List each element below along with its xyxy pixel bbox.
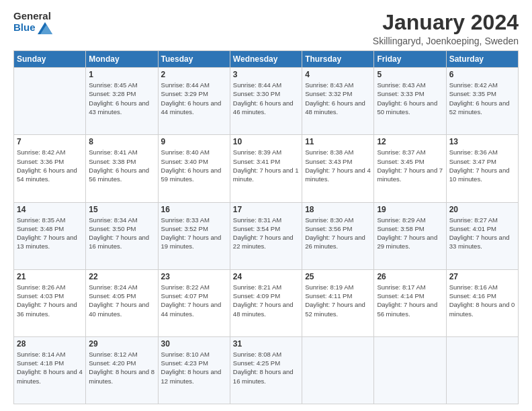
day-info-line: Daylight: 6 hours and 50 minutes. [377, 99, 443, 117]
day-info-line: Sunrise: 8:35 AM [17, 216, 83, 224]
day-info-line: Sunrise: 8:36 AM [449, 148, 515, 156]
calendar-cell: 27Sunrise: 8:16 AMSunset: 4:16 PMDayligh… [446, 269, 518, 336]
day-number: 8 [89, 137, 154, 146]
day-number: 30 [161, 339, 227, 349]
day-info: Sunrise: 8:39 AMSunset: 3:41 PMDaylight:… [233, 148, 299, 183]
logo-general: General [13, 11, 51, 22]
day-info-line: Sunset: 3:30 PM [233, 89, 299, 98]
day-info: Sunrise: 8:35 AMSunset: 3:48 PMDaylight:… [17, 216, 83, 251]
day-info-line: Sunrise: 8:38 AM [305, 148, 371, 156]
month-title: January 2024 [373, 11, 519, 34]
weekday-header-wednesday: Wednesday [230, 51, 302, 68]
day-info-line: Sunrise: 8:42 AM [17, 148, 83, 156]
calendar-cell: 6Sunrise: 8:42 AMSunset: 3:35 PMDaylight… [446, 68, 518, 135]
day-info: Sunrise: 8:29 AMSunset: 3:58 PMDaylight:… [377, 216, 443, 251]
day-info-line: Daylight: 8 hours and 12 minutes. [161, 367, 227, 385]
calendar-cell [14, 68, 86, 135]
day-info: Sunrise: 8:42 AMSunset: 3:35 PMDaylight:… [449, 81, 515, 116]
day-info-line: Daylight: 7 hours and 4 minutes. [305, 166, 371, 184]
calendar-cell: 21Sunrise: 8:26 AMSunset: 4:03 PMDayligh… [14, 269, 86, 336]
day-info-line: Daylight: 7 hours and 52 minutes. [305, 300, 371, 318]
day-info-line: Sunset: 3:47 PM [449, 157, 515, 166]
calendar-cell: 10Sunrise: 8:39 AMSunset: 3:41 PMDayligh… [230, 135, 302, 202]
logo-icon [38, 22, 52, 34]
day-info-line: Sunrise: 8:24 AM [89, 283, 154, 291]
day-info-line: Sunset: 3:29 PM [161, 89, 227, 98]
day-info-line: Daylight: 7 hours and 33 minutes. [449, 233, 515, 251]
weekday-header-sunday: Sunday [14, 51, 86, 68]
day-info-line: Daylight: 7 hours and 29 minutes. [377, 233, 443, 251]
day-info-line: Sunrise: 8:37 AM [377, 148, 443, 156]
logo: General Blue [13, 11, 52, 34]
day-info-line: Sunrise: 8:43 AM [305, 81, 371, 89]
day-info: Sunrise: 8:17 AMSunset: 4:14 PMDaylight:… [377, 283, 443, 318]
day-info-line: Sunset: 3:33 PM [377, 89, 443, 98]
weekday-header-monday: Monday [86, 51, 158, 68]
day-info-line: Sunrise: 8:41 AM [89, 148, 154, 156]
day-number: 29 [89, 339, 154, 349]
location-subtitle: Skillingaryd, Joenkoeping, Sweden [373, 36, 519, 46]
day-info: Sunrise: 8:34 AMSunset: 3:50 PMDaylight:… [89, 216, 154, 251]
day-info: Sunrise: 8:44 AMSunset: 3:30 PMDaylight:… [233, 81, 299, 116]
day-number: 7 [17, 137, 83, 146]
title-block: January 2024 Skillingaryd, Joenkoeping, … [373, 11, 519, 46]
day-info-line: Daylight: 7 hours and 44 minutes. [161, 300, 227, 318]
day-number: 10 [233, 137, 299, 146]
calendar-cell: 24Sunrise: 8:21 AMSunset: 4:09 PMDayligh… [230, 269, 302, 336]
calendar-cell: 7Sunrise: 8:42 AMSunset: 3:36 PMDaylight… [14, 135, 86, 202]
calendar-cell: 19Sunrise: 8:29 AMSunset: 3:58 PMDayligh… [374, 202, 446, 269]
day-info-line: Sunset: 3:36 PM [17, 157, 83, 166]
day-info-line: Sunset: 3:56 PM [305, 224, 371, 233]
calendar-cell: 11Sunrise: 8:38 AMSunset: 3:43 PMDayligh… [302, 135, 374, 202]
day-number: 12 [377, 137, 443, 146]
day-info: Sunrise: 8:44 AMSunset: 3:29 PMDaylight:… [161, 81, 227, 116]
day-info-line: Sunrise: 8:31 AM [233, 216, 299, 224]
day-number: 9 [161, 137, 227, 146]
day-info-line: Daylight: 7 hours and 40 minutes. [89, 300, 154, 318]
calendar-cell: 26Sunrise: 8:17 AMSunset: 4:14 PMDayligh… [374, 269, 446, 336]
day-number: 6 [449, 70, 515, 79]
day-info-line: Sunset: 4:18 PM [17, 359, 83, 367]
day-info: Sunrise: 8:27 AMSunset: 4:01 PMDaylight:… [449, 216, 515, 251]
day-info-line: Daylight: 6 hours and 56 minutes. [89, 166, 154, 184]
page: General Blue January 2024 Skillingaryd, … [0, 0, 532, 411]
day-info: Sunrise: 8:37 AMSunset: 3:45 PMDaylight:… [377, 148, 443, 183]
day-info-line: Sunset: 3:54 PM [233, 224, 299, 233]
day-number: 31 [233, 339, 299, 349]
day-info-line: Sunrise: 8:34 AM [89, 216, 154, 224]
day-info-line: Sunrise: 8:27 AM [449, 216, 515, 224]
day-info-line: Sunset: 4:05 PM [89, 291, 154, 300]
day-info-line: Sunset: 4:20 PM [89, 359, 154, 367]
calendar-week-row: 28Sunrise: 8:14 AMSunset: 4:18 PMDayligh… [14, 336, 519, 404]
day-info-line: Sunrise: 8:16 AM [449, 283, 515, 291]
day-number: 3 [233, 70, 299, 79]
day-info-line: Daylight: 6 hours and 46 minutes. [233, 99, 299, 117]
day-info-line: Sunrise: 8:45 AM [89, 81, 154, 89]
calendar-week-row: 7Sunrise: 8:42 AMSunset: 3:36 PMDaylight… [14, 135, 519, 202]
day-info-line: Sunset: 3:52 PM [161, 224, 227, 233]
day-info-line: Sunset: 3:40 PM [161, 157, 227, 166]
day-info-line: Sunrise: 8:19 AM [305, 283, 371, 291]
calendar-cell: 23Sunrise: 8:22 AMSunset: 4:07 PMDayligh… [158, 269, 230, 336]
calendar-cell: 2Sunrise: 8:44 AMSunset: 3:29 PMDaylight… [158, 68, 230, 135]
day-info: Sunrise: 8:41 AMSunset: 3:38 PMDaylight:… [89, 148, 154, 183]
day-info-line: Sunrise: 8:40 AM [161, 148, 227, 156]
day-info-line: Daylight: 8 hours and 0 minutes. [449, 300, 515, 318]
day-info-line: Sunset: 4:25 PM [233, 359, 299, 367]
day-info: Sunrise: 8:42 AMSunset: 3:36 PMDaylight:… [17, 148, 83, 183]
calendar-cell: 14Sunrise: 8:35 AMSunset: 3:48 PMDayligh… [14, 202, 86, 269]
day-info-line: Daylight: 7 hours and 7 minutes. [377, 166, 443, 184]
day-info: Sunrise: 8:40 AMSunset: 3:40 PMDaylight:… [161, 148, 227, 183]
day-info-line: Daylight: 6 hours and 59 minutes. [161, 166, 227, 184]
header: General Blue January 2024 Skillingaryd, … [13, 11, 519, 46]
calendar-cell: 18Sunrise: 8:30 AMSunset: 3:56 PMDayligh… [302, 202, 374, 269]
day-info-line: Daylight: 7 hours and 1 minute. [233, 166, 299, 184]
day-number: 24 [233, 272, 299, 281]
calendar-cell: 22Sunrise: 8:24 AMSunset: 4:05 PMDayligh… [86, 269, 158, 336]
day-info-line: Sunset: 4:23 PM [161, 359, 227, 367]
weekday-header-thursday: Thursday [302, 51, 374, 68]
day-info-line: Sunset: 3:32 PM [305, 89, 371, 98]
day-info-line: Sunset: 3:43 PM [305, 157, 371, 166]
day-info-line: Daylight: 7 hours and 19 minutes. [161, 233, 227, 251]
day-info-line: Sunrise: 8:30 AM [305, 216, 371, 224]
